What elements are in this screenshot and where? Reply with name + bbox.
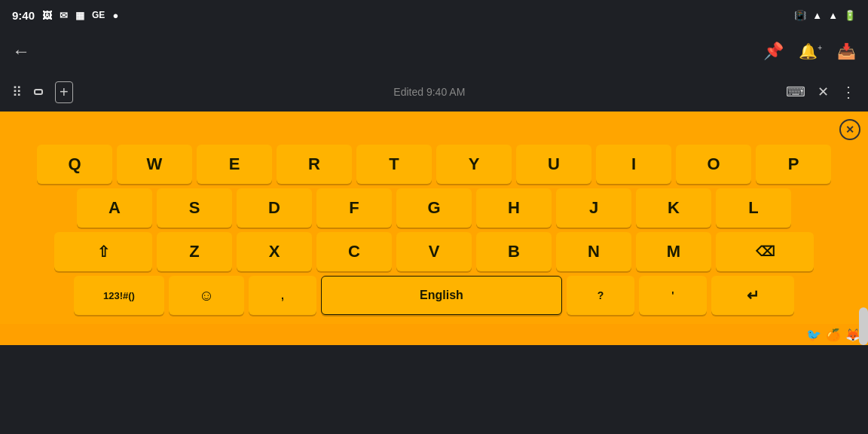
key-comma[interactable]: , bbox=[249, 276, 316, 315]
close-icon[interactable]: ✕ bbox=[818, 84, 829, 100]
wifi-icon: ▲ bbox=[812, 10, 822, 21]
key-h[interactable]: H bbox=[476, 188, 552, 228]
toolbar-left: ← bbox=[12, 41, 30, 62]
key-symbols[interactable]: 123!#() bbox=[74, 276, 164, 315]
key-g[interactable]: G bbox=[396, 188, 472, 228]
key-s[interactable]: S bbox=[157, 188, 232, 228]
key-row-4: 123!#() ☺ , English ? ' ↵ bbox=[6, 276, 862, 315]
key-row-2: A S D F G H J K L bbox=[6, 188, 862, 228]
notification-add-icon[interactable]: 🔔+ bbox=[799, 42, 822, 60]
status-left: 9:40 🖼 ✉ ▦ GE ● bbox=[12, 9, 118, 22]
keyboard-close-icon: ✕ bbox=[839, 119, 860, 140]
key-r[interactable]: R bbox=[277, 145, 352, 184]
key-x[interactable]: X bbox=[237, 232, 312, 271]
keyboard-rows: Q W E R T Y U I O P A S D F G H J K L ⇧ … bbox=[3, 118, 865, 315]
signal-icon: ▲ bbox=[828, 10, 838, 21]
key-enter[interactable]: ↵ bbox=[711, 276, 794, 315]
secondary-toolbar: ⠿ + Edited 9:40 AM ⌨ ✕ ⋮ bbox=[0, 72, 868, 112]
key-apostrophe[interactable]: ' bbox=[639, 276, 707, 315]
toolbar-right: 📌 🔔+ 📥 bbox=[763, 41, 856, 61]
keyboard-container: ✕ Q W E R T Y U I O P A S D F G H J K L bbox=[0, 112, 868, 345]
status-time: 9:40 bbox=[12, 9, 35, 22]
key-backspace[interactable]: ⌫ bbox=[716, 232, 814, 271]
grid-icon[interactable]: ⠿ bbox=[12, 84, 22, 100]
key-k[interactable]: K bbox=[636, 188, 711, 228]
key-t[interactable]: T bbox=[356, 145, 432, 184]
key-row-1: Q W E R T Y U I O P bbox=[6, 145, 862, 184]
add-content-icon[interactable]: + bbox=[55, 81, 73, 103]
key-m[interactable]: M bbox=[636, 232, 711, 271]
scroll-indicator bbox=[859, 307, 868, 345]
key-o[interactable]: O bbox=[676, 145, 751, 184]
key-b[interactable]: B bbox=[476, 232, 552, 271]
status-icon-ge: GE bbox=[92, 10, 105, 20]
key-v[interactable]: V bbox=[396, 232, 472, 271]
key-z[interactable]: Z bbox=[157, 232, 232, 271]
secondary-left: ⠿ + bbox=[12, 81, 73, 103]
vibrate-icon: 📳 bbox=[794, 10, 806, 21]
edited-timestamp: Edited 9:40 AM bbox=[73, 86, 786, 98]
keyboard-icon[interactable]: ⌨ bbox=[786, 84, 805, 100]
key-i[interactable]: I bbox=[596, 145, 671, 184]
bottom-icon-1: 🐦 bbox=[806, 328, 821, 342]
key-c[interactable]: C bbox=[316, 232, 392, 271]
key-l[interactable]: L bbox=[716, 188, 791, 228]
card-icon[interactable] bbox=[34, 89, 43, 95]
key-space[interactable]: English bbox=[321, 276, 562, 315]
status-icon-slack: ▦ bbox=[75, 10, 84, 21]
key-u[interactable]: U bbox=[516, 145, 591, 184]
key-q[interactable]: Q bbox=[37, 145, 112, 184]
bottom-icon-2: 🍊 bbox=[826, 328, 841, 342]
pin-icon[interactable]: 📌 bbox=[763, 41, 784, 61]
status-right-icons: 📳 ▲ ▲ 🔋 bbox=[794, 10, 856, 21]
keyboard-close-button[interactable]: ✕ bbox=[838, 118, 862, 142]
key-j[interactable]: J bbox=[556, 188, 631, 228]
key-a[interactable]: A bbox=[77, 188, 152, 228]
key-d[interactable]: D bbox=[237, 188, 312, 228]
archive-icon[interactable]: 📥 bbox=[837, 42, 856, 60]
back-button[interactable]: ← bbox=[12, 41, 30, 62]
key-e[interactable]: E bbox=[197, 145, 272, 184]
secondary-right: ⌨ ✕ ⋮ bbox=[786, 83, 856, 101]
key-row-3: ⇧ Z X C V B N M ⌫ bbox=[6, 232, 862, 271]
status-icon-gmail: ✉ bbox=[60, 10, 68, 21]
key-emoji[interactable]: ☺ bbox=[169, 276, 244, 315]
key-p[interactable]: P bbox=[756, 145, 831, 184]
status-bar: 9:40 🖼 ✉ ▦ GE ● 📳 ▲ ▲ 🔋 bbox=[0, 0, 868, 30]
status-icon-gallery: 🖼 bbox=[42, 10, 52, 21]
key-n[interactable]: N bbox=[556, 232, 631, 271]
key-question[interactable]: ? bbox=[567, 276, 634, 315]
key-y[interactable]: Y bbox=[436, 145, 512, 184]
bottom-bar: 🐦 🍊 🦊 bbox=[0, 324, 868, 345]
key-f[interactable]: F bbox=[316, 188, 392, 228]
status-icon-dot: ● bbox=[112, 10, 118, 21]
key-w[interactable]: W bbox=[117, 145, 192, 184]
top-toolbar: ← 📌 🔔+ 📥 bbox=[0, 30, 868, 72]
battery-icon: 🔋 bbox=[844, 10, 856, 21]
key-shift[interactable]: ⇧ bbox=[54, 232, 152, 271]
bottom-icon-3: 🦊 bbox=[845, 328, 860, 342]
more-options-icon[interactable]: ⋮ bbox=[841, 83, 856, 101]
